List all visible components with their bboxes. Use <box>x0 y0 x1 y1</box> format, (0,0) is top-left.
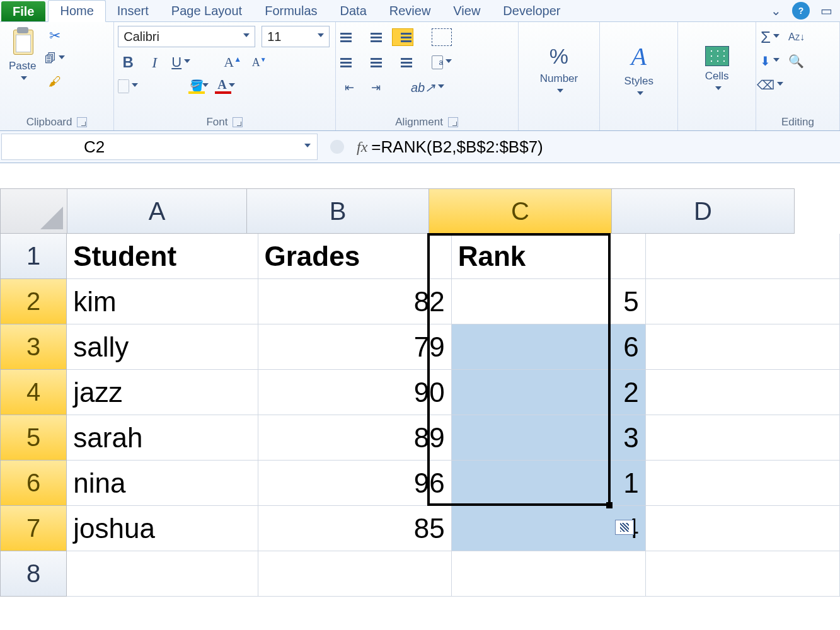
cell-b7[interactable]: 85 <box>258 506 452 551</box>
fill-handle[interactable] <box>606 502 613 508</box>
insert-function-icon[interactable] <box>330 140 344 154</box>
cell-c8[interactable] <box>452 551 646 597</box>
align-center-button[interactable] <box>366 54 386 71</box>
merge-center-button[interactable]: a <box>432 54 452 71</box>
decrease-indent-button[interactable]: ⇤ <box>340 79 360 96</box>
clear-button[interactable]: ⌫ <box>760 76 780 94</box>
wrap-text-button[interactable] <box>432 28 452 46</box>
tab-home[interactable]: Home <box>48 0 105 22</box>
cell-d7[interactable] <box>646 506 840 551</box>
cell-b4[interactable]: 90 <box>258 370 452 415</box>
tab-formulas[interactable]: Formulas <box>253 0 328 21</box>
row-header-4[interactable]: 4 <box>0 370 67 415</box>
row-header-3[interactable]: 3 <box>0 324 67 370</box>
tab-view[interactable]: View <box>442 0 492 21</box>
cell-a4[interactable]: jazz <box>67 370 258 415</box>
number-format-button[interactable]: % Number <box>535 42 583 98</box>
help-icon[interactable]: ? <box>792 2 810 20</box>
cell-b1[interactable]: Grades <box>258 234 452 279</box>
cell-d4[interactable] <box>646 370 840 415</box>
paste-button[interactable]: Paste <box>4 25 41 85</box>
column-header-d[interactable]: D <box>612 188 795 234</box>
cell-a8[interactable] <box>67 551 258 597</box>
align-right-button[interactable] <box>393 54 413 71</box>
cell-b5[interactable]: 89 <box>258 415 452 461</box>
row-header-6[interactable]: 6 <box>0 461 67 506</box>
align-top-button[interactable] <box>340 28 360 46</box>
cell-b8[interactable] <box>258 551 452 597</box>
cell-a5[interactable]: sarah <box>67 415 258 461</box>
row-header-2[interactable]: 2 <box>0 279 67 324</box>
cell-a1[interactable]: Student <box>67 234 258 279</box>
cell-c5[interactable]: 3 <box>452 415 646 461</box>
cell-c2[interactable]: 5 <box>452 279 646 324</box>
font-dialog-launcher[interactable] <box>233 117 243 127</box>
tab-insert[interactable]: Insert <box>106 0 160 21</box>
tab-file[interactable]: File <box>1 1 45 21</box>
cell-d8[interactable] <box>646 551 840 597</box>
autosum-button[interactable]: Σ <box>760 28 780 46</box>
shrink-font-button[interactable]: A▼ <box>249 54 269 71</box>
tab-review[interactable]: Review <box>378 0 442 21</box>
increase-indent-button[interactable]: ⇥ <box>366 79 386 96</box>
tab-page-layout[interactable]: Page Layout <box>160 0 253 21</box>
cell-a7[interactable]: joshua <box>67 506 258 551</box>
row-header-1[interactable]: 1 <box>0 234 67 279</box>
cell-b6[interactable]: 96 <box>258 461 452 506</box>
cells-button[interactable]: Cells <box>700 43 734 95</box>
sort-filter-button[interactable]: AZ↓ <box>786 28 807 46</box>
align-left-button[interactable] <box>340 54 360 71</box>
cut-button[interactable]: ✂ <box>45 27 65 45</box>
align-bottom-button[interactable] <box>393 28 413 46</box>
row-header-7[interactable]: 7 <box>0 506 67 551</box>
format-painter-button[interactable]: 🖌 <box>45 72 65 90</box>
cell-a3[interactable]: sally <box>67 324 258 370</box>
cell-d3[interactable] <box>646 324 840 370</box>
align-middle-button[interactable] <box>366 28 386 46</box>
row-header-8[interactable]: 8 <box>0 551 67 597</box>
minimize-ribbon-icon[interactable]: ⌄ <box>768 3 783 18</box>
alignment-dialog-launcher[interactable] <box>448 117 458 127</box>
fill-color-button[interactable]: 🪣 <box>188 77 209 95</box>
cell-a6[interactable]: nina <box>67 461 258 506</box>
copy-button[interactable]: 🗐 <box>45 50 65 67</box>
formula-input[interactable]: =RANK(B2,$B$2:$B$7) <box>367 137 840 157</box>
cell-d1[interactable] <box>646 234 840 279</box>
cell-b2[interactable]: 82 <box>258 279 452 324</box>
styles-button[interactable]: A Styles <box>619 39 659 100</box>
select-all-corner[interactable] <box>0 188 67 234</box>
font-color-button[interactable]: A <box>215 77 235 95</box>
worksheet-grid[interactable]: A B C D 1 Student Grades Rank 2 kim 82 5… <box>0 188 840 597</box>
cell-d6[interactable] <box>646 461 840 506</box>
italic-button[interactable]: I <box>144 54 164 71</box>
name-box[interactable]: C2 <box>1 134 318 160</box>
cell-d5[interactable] <box>646 415 840 461</box>
cell-c4[interactable]: 2 <box>452 370 646 415</box>
tab-developer[interactable]: Developer <box>492 0 572 21</box>
bold-button[interactable]: B <box>118 54 138 71</box>
font-name-combo[interactable]: Calibri <box>118 26 255 47</box>
column-header-c[interactable]: C <box>429 188 612 234</box>
cell-d2[interactable] <box>646 279 840 324</box>
window-minimize-icon[interactable]: ▭ <box>819 3 834 18</box>
grow-font-button[interactable]: A▲ <box>222 54 243 71</box>
cell-a2[interactable]: kim <box>67 279 258 324</box>
styles-icon: A <box>631 42 647 71</box>
column-header-b[interactable]: B <box>247 188 429 234</box>
cell-b3[interactable]: 79 <box>258 324 452 370</box>
autofill-options-button[interactable] <box>615 520 634 535</box>
tab-data[interactable]: Data <box>329 0 378 21</box>
borders-button[interactable] <box>118 77 138 95</box>
orientation-button[interactable]: ab↗ <box>418 79 438 96</box>
cell-c3[interactable]: 6 <box>452 324 646 370</box>
column-header-a[interactable]: A <box>67 188 247 234</box>
row-header-5[interactable]: 5 <box>0 415 67 461</box>
cell-c1[interactable]: Rank <box>452 234 646 279</box>
underline-button[interactable]: U <box>171 54 191 71</box>
fx-label[interactable]: fx <box>357 139 367 156</box>
font-size-combo[interactable]: 11 <box>262 26 330 47</box>
clipboard-dialog-launcher[interactable] <box>77 117 87 127</box>
cell-c6[interactable]: 1 <box>452 461 646 506</box>
find-button[interactable]: 🔍 <box>786 52 807 70</box>
fill-button[interactable]: ⬇ <box>760 52 780 70</box>
